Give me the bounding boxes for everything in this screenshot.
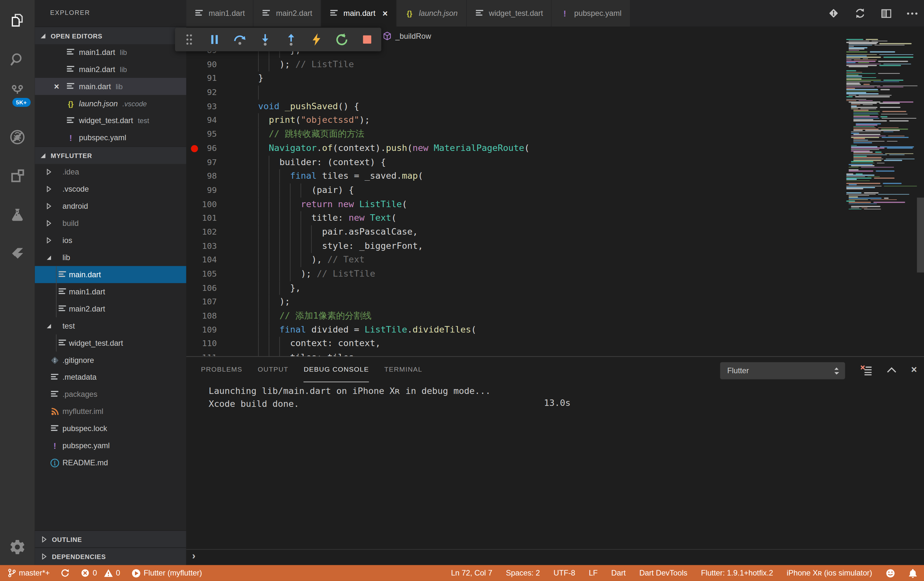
line-number[interactable]: 103: [186, 239, 217, 253]
tree-folder-android[interactable]: android: [35, 197, 186, 215]
tree-file-main.dart[interactable]: main.dart: [35, 266, 186, 283]
line-number[interactable]: 90: [186, 58, 217, 71]
tree-file-README.md[interactable]: README.md: [35, 454, 186, 471]
line-number[interactable]: 108: [186, 309, 217, 323]
line-number[interactable]: 97: [186, 156, 217, 169]
status-utf-8[interactable]: UTF-8: [553, 569, 575, 578]
code-line[interactable]: 102 pair.asPascalCase,: [186, 225, 844, 239]
code-line[interactable]: 96 Navigator.of(context).push(new Materi…: [186, 142, 844, 156]
line-number[interactable]: 92: [186, 86, 217, 99]
code-editor[interactable]: 89 },90 ); // ListTile91 }9293 void _pus…: [186, 44, 844, 356]
panel-tab-terminal[interactable]: TERMINAL: [384, 357, 422, 382]
step-into-button[interactable]: [257, 32, 273, 47]
open-editor-item[interactable]: {}launch.json.vscode: [35, 95, 186, 112]
code-line[interactable]: 103 style: _biggerFont,: [186, 239, 844, 253]
code-line[interactable]: 106 },: [186, 281, 844, 295]
code-line[interactable]: 97 builder: (context) {: [186, 156, 844, 169]
code-line[interactable]: 105 ); // ListTile: [186, 267, 844, 281]
status-sync[interactable]: [61, 569, 70, 578]
hot-reload-button[interactable]: [309, 32, 324, 47]
tree-folder-test[interactable]: test: [35, 317, 186, 334]
tab-main2.dart[interactable]: main2.dart: [254, 0, 321, 26]
activity-explorer-icon[interactable]: [0, 8, 35, 32]
clear-console-icon[interactable]: [860, 364, 872, 376]
open-editor-item[interactable]: ×main.dartlib: [35, 78, 186, 95]
open-changes-icon[interactable]: [827, 7, 840, 19]
tab-widget_test.dart[interactable]: widget_test.dart: [467, 0, 552, 26]
tab-main.dart[interactable]: main.dart×: [321, 0, 397, 26]
tree-folder-.idea[interactable]: .idea: [35, 164, 186, 180]
line-number[interactable]: 93: [186, 99, 217, 113]
tree-file-.metadata[interactable]: .metadata: [35, 369, 186, 386]
code-line[interactable]: 92: [186, 86, 844, 99]
line-number[interactable]: 109: [186, 323, 217, 337]
code-line[interactable]: 99 (pair) {: [186, 183, 844, 197]
activity-extensions-icon[interactable]: [0, 164, 35, 187]
open-editor-item[interactable]: main1.dartlib: [35, 44, 186, 61]
tab-main1.dart[interactable]: main1.dart: [186, 0, 254, 26]
split-editor-icon[interactable]: [880, 7, 893, 19]
code-line[interactable]: 108 // 添加1像素的分割线: [186, 309, 844, 323]
dependencies-header[interactable]: DEPENDENCIES: [35, 547, 186, 565]
synchronize-icon[interactable]: [854, 7, 866, 19]
status-flutter-myflutter-[interactable]: Flutter (myflutter): [131, 568, 202, 578]
line-number[interactable]: 111: [186, 351, 217, 356]
stop-button[interactable]: [359, 32, 375, 47]
line-number[interactable]: 106: [186, 281, 217, 295]
code-line[interactable]: 104 ), // Text: [186, 253, 844, 267]
status-ln-72-col-7[interactable]: Ln 72, Col 7: [451, 569, 492, 578]
tree-file-pubspec.yaml[interactable]: !pubspec.yaml: [35, 437, 186, 454]
open-editor-item[interactable]: main2.dartlib: [35, 61, 186, 78]
status-spaces-2[interactable]: Spaces: 2: [506, 569, 540, 578]
panel-tab-problems[interactable]: PROBLEMS: [201, 357, 242, 382]
close-file-icon[interactable]: ×: [52, 83, 61, 91]
editor-scrollbar[interactable]: [917, 197, 924, 272]
line-number[interactable]: 100: [186, 197, 217, 211]
restart-button[interactable]: [334, 32, 349, 47]
code-line[interactable]: 100 return new ListTile(: [186, 197, 844, 211]
tab-pubspec.yaml[interactable]: !pubspec.yaml: [552, 0, 630, 26]
tree-folder-build[interactable]: build: [35, 215, 186, 232]
activity-debug-disabled-icon[interactable]: [0, 125, 35, 149]
line-number[interactable]: 99: [186, 183, 217, 197]
tree-file-.gitignore[interactable]: .gitignore: [35, 352, 186, 369]
status-lf[interactable]: LF: [589, 569, 598, 578]
tree-file-main1.dart[interactable]: main1.dart: [35, 283, 186, 300]
more-actions-icon[interactable]: [906, 12, 918, 15]
code-line[interactable]: 110 context: context,: [186, 337, 844, 351]
status-dart[interactable]: Dart: [611, 569, 626, 578]
tab-launch.json[interactable]: {}launch.json: [396, 0, 467, 26]
panel-tab-output[interactable]: OUTPUT: [257, 357, 288, 382]
code-line[interactable]: 95 // 跳转收藏页面的方法: [186, 127, 844, 141]
maximize-panel-icon[interactable]: [886, 366, 897, 374]
pause-button[interactable]: [207, 32, 222, 47]
activity-search-icon[interactable]: [0, 48, 35, 71]
line-number[interactable]: 101: [186, 211, 217, 225]
status-dart-devtools[interactable]: Dart DevTools: [639, 569, 687, 578]
minimap[interactable]: [844, 36, 917, 218]
open-editors-header[interactable]: OPEN EDITORS: [35, 26, 186, 44]
tree-folder-ios[interactable]: ios: [35, 232, 186, 249]
debug-session-select[interactable]: Flutter: [720, 362, 845, 379]
line-number[interactable]: 107: [186, 295, 217, 309]
line-number[interactable]: 110: [186, 337, 217, 351]
code-line[interactable]: 111 tiles: tiles,: [186, 351, 844, 356]
line-number[interactable]: 94: [186, 113, 217, 127]
code-line[interactable]: 109 final divided = ListTile.divideTiles…: [186, 323, 844, 337]
tree-file-.packages[interactable]: .packages: [35, 386, 186, 403]
step-out-button[interactable]: [283, 32, 298, 47]
step-over-button[interactable]: [233, 32, 248, 47]
tree-folder-.vscode[interactable]: .vscode: [35, 180, 186, 198]
code-line[interactable]: 98 final tiles = _saved.map(: [186, 169, 844, 183]
tree-file-main2.dart[interactable]: main2.dart: [35, 300, 186, 317]
close-tab-icon[interactable]: ×: [383, 8, 388, 18]
breakpoint-icon[interactable]: [191, 145, 198, 152]
line-number[interactable]: 102: [186, 225, 217, 239]
status-smiley[interactable]: [886, 568, 895, 578]
code-line[interactable]: 90 ); // ListTile: [186, 58, 844, 71]
breadcrumb-symbol[interactable]: _buildRow: [396, 31, 431, 40]
tree-file-pubspec.lock[interactable]: pubspec.lock: [35, 420, 186, 437]
tree-folder-lib[interactable]: lib: [35, 249, 186, 266]
status-bell[interactable]: [909, 568, 917, 578]
code-line[interactable]: 107 );: [186, 295, 844, 309]
